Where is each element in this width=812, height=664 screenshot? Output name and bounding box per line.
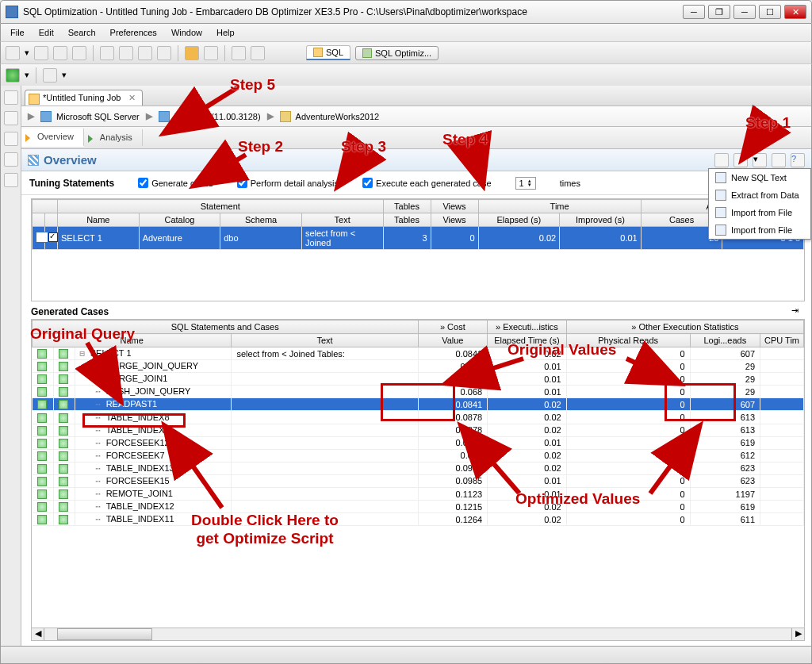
help-button[interactable]: ? (791, 153, 805, 167)
gen-row[interactable]: ⋯ HASH_JOIN_QUERY0.0680.01029 (33, 386, 804, 398)
close-button[interactable]: ✕ (784, 5, 806, 19)
tool-e-button[interactable] (185, 46, 199, 60)
gth-cost-exp[interactable]: » Cost (418, 320, 488, 334)
th-views[interactable]: Views (431, 200, 478, 213)
breadcrumb-db[interactable]: AdventureWorks2012 (296, 112, 380, 121)
popup-item-import2[interactable]: Import from File (709, 221, 810, 239)
tuning-row-1[interactable]: SELECT 1 Adventure dbo select from < Joi… (33, 227, 804, 250)
execute-case-checkbox[interactable]: Execute each generated case (362, 178, 492, 188)
gen-row[interactable]: ⋯ MERGE_JOIN_QUERY0.0440.01029 (33, 360, 804, 373)
gth-sc[interactable]: SQL Statements and Cases (33, 320, 419, 334)
menu-edit[interactable]: Edit (33, 26, 60, 39)
breadcrumb-host[interactable]: localhost (11.00.3128) (174, 112, 261, 121)
gth-value[interactable]: Value (418, 334, 488, 347)
save-button[interactable] (34, 46, 48, 60)
popup-item-import1[interactable]: Import from File (709, 204, 810, 221)
generate-cases-label: Generate cases (151, 178, 213, 188)
action-a-button[interactable] (714, 153, 729, 167)
rail-btn-3[interactable] (4, 132, 18, 146)
generate-cases-input[interactable] (138, 178, 148, 188)
gth-text[interactable]: Text (232, 334, 418, 347)
gen-cell-value: 0.0981 (418, 462, 488, 474)
gth-logi[interactable]: Logi...eads (690, 334, 760, 347)
gen-row[interactable]: ⋯ TABLE_INDEX90.08780.020613 (33, 424, 804, 436)
menu-help[interactable]: Help (210, 26, 241, 39)
tool-b-button[interactable] (119, 46, 133, 60)
minimize2-button[interactable]: ─ (733, 5, 756, 19)
execute-case-label: Execute each generated case (376, 178, 492, 188)
new-button[interactable] (6, 46, 20, 60)
print-button[interactable] (72, 46, 86, 60)
action-c-button[interactable]: ▾ (753, 153, 767, 167)
stop-button[interactable] (43, 68, 57, 83)
subtab-overview[interactable]: Overview (21, 129, 84, 147)
gen-row[interactable]: ⋯ TABLE_INDEX80.08780.020613 (33, 411, 804, 424)
menu-preferences[interactable]: Preferences (104, 26, 163, 39)
tool-c-button[interactable] (138, 46, 152, 60)
subtab-analysis[interactable]: Analysis (84, 129, 143, 146)
detail-analysis-checkbox[interactable]: Perform detail analysis (237, 178, 339, 188)
th-group-statement[interactable]: Statement (58, 200, 384, 213)
gen-row[interactable]: ⋯ FORCESEEK120.09640.010619 (33, 436, 804, 449)
th-elapsed[interactable]: Elapsed (s) (478, 213, 560, 227)
tool-a-button[interactable] (100, 46, 114, 60)
th-improved[interactable]: Improved (s) (560, 213, 642, 227)
rail-btn-2[interactable] (4, 111, 18, 125)
gen-row[interactable]: ⊟ SELECT 1select from < Joined Tables:0.… (33, 347, 804, 360)
gen-row[interactable]: ⋯ TABLE_INDEX130.09810.020623 (33, 462, 804, 474)
rail-btn-5[interactable] (4, 173, 18, 187)
times-spinner[interactable]: 1▲▼ (515, 177, 536, 190)
menu-window[interactable]: Window (165, 26, 209, 39)
gth-other-exp[interactable]: » Other Execution Statistics (566, 320, 803, 334)
gen-row[interactable]: ⋯ REMOTE_JOIN10.11230.0101197 (33, 488, 804, 501)
tool-d-button[interactable] (157, 46, 171, 60)
popup-item-new-sql[interactable]: New SQL Text (709, 169, 810, 186)
collapse-icon[interactable]: ⇥ (791, 305, 811, 316)
gen-row[interactable]: ⋯ TABLE_INDEX120.12150.020619 (33, 501, 804, 513)
gth-name[interactable]: Name (33, 334, 232, 347)
th-text[interactable]: Text (301, 213, 383, 227)
generate-cases-checkbox[interactable]: Generate cases (138, 178, 213, 188)
detail-analysis-input[interactable] (237, 178, 247, 188)
tool-f-button[interactable] (204, 46, 218, 60)
th-views2[interactable]: Views (431, 213, 478, 227)
gth-cpu[interactable]: CPU Tim (760, 334, 804, 347)
minimize-button[interactable]: ─ (683, 5, 705, 19)
rail-btn-4[interactable] (4, 152, 18, 167)
close-tab-icon[interactable]: ✕ (128, 93, 136, 102)
th-tables2[interactable]: Tables (383, 213, 431, 227)
gth-exec-exp[interactable]: » Executi...istics (488, 320, 567, 334)
gen-row[interactable]: ⋯ MERGE_JOIN10.04510.01029 (33, 373, 804, 386)
perspective-optimize-tab[interactable]: SQL Optimiz... (355, 46, 439, 60)
maximize-button[interactable]: ☐ (759, 5, 781, 19)
run-button[interactable] (6, 68, 20, 83)
th-tables[interactable]: Tables (383, 200, 431, 213)
th-catalog[interactable]: Catalog (139, 213, 220, 227)
rail-btn-1[interactable] (4, 90, 18, 105)
action-d-button[interactable] (772, 153, 786, 167)
gth-phys[interactable]: Physical Reads (566, 334, 690, 347)
perspective-sql-tab[interactable]: SQL (306, 45, 350, 60)
th-name[interactable]: Name (58, 213, 140, 227)
gen-row[interactable]: ⋯ TABLE_INDEX110.12640.020611 (33, 513, 804, 526)
execute-case-input[interactable] (362, 178, 373, 188)
restore-button[interactable]: ❐ (708, 5, 730, 19)
th-group-time[interactable]: Time (478, 200, 641, 213)
gen-row[interactable]: ⋯ FORCESEEK150.09850.010623 (33, 474, 804, 487)
gth-elapsed[interactable]: Elapsed Time (s) (488, 334, 567, 347)
row-check-icon[interactable] (48, 232, 58, 242)
tool-h-button[interactable] (251, 46, 265, 60)
menu-file[interactable]: File (4, 26, 31, 39)
saveall-button[interactable] (53, 46, 67, 60)
popup-item-extract[interactable]: Extract from Data (709, 186, 810, 204)
gen-row[interactable]: ⋯ FORCESEEK70.0970.020612 (33, 449, 804, 462)
gen-row[interactable]: ⋯ READPAST10.08410.020607 (33, 398, 804, 411)
action-b-button[interactable] (733, 153, 748, 167)
th-schema[interactable]: Schema (220, 213, 302, 227)
editor-tab[interactable]: *Untitled Tuning Job ✕ (25, 90, 143, 106)
tool-g-button[interactable] (232, 46, 246, 60)
spin-down[interactable]: ▼ (527, 183, 532, 187)
breadcrumb-server[interactable]: Microsoft SQL Server (56, 112, 140, 121)
menu-search[interactable]: Search (62, 26, 102, 39)
h-scrollbar[interactable]: ◀▶ (32, 628, 804, 640)
